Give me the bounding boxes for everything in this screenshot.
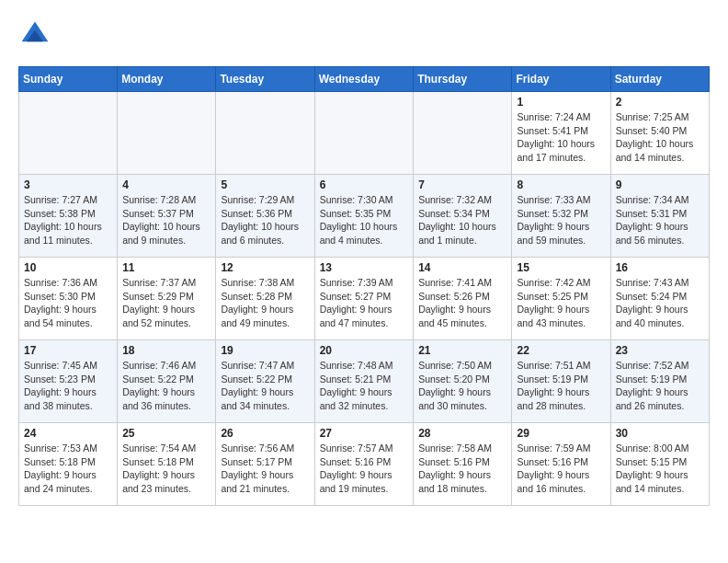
calendar-cell-27: 27Sunrise: 7:57 AMSunset: 5:16 PMDayligh… <box>314 423 414 506</box>
day-number: 7 <box>418 178 506 191</box>
calendar-cell-11: 11Sunrise: 7:37 AMSunset: 5:29 PMDayligh… <box>118 258 216 340</box>
calendar-week-0: 1Sunrise: 7:24 AMSunset: 5:41 PMDaylight… <box>19 92 710 175</box>
col-header-tuesday: Tuesday <box>216 67 314 92</box>
col-header-monday: Monday <box>118 67 216 92</box>
calendar-cell-empty <box>118 92 216 175</box>
calendar-cell-25: 25Sunrise: 7:54 AMSunset: 5:18 PMDayligh… <box>118 423 216 506</box>
calendar-cell-21: 21Sunrise: 7:50 AMSunset: 5:20 PMDayligh… <box>414 340 512 423</box>
day-number: 22 <box>517 344 605 357</box>
calendar-cell-16: 16Sunrise: 7:43 AMSunset: 5:24 PMDayligh… <box>610 258 709 340</box>
day-info: Sunrise: 7:47 AMSunset: 5:22 PMDaylight:… <box>221 359 309 413</box>
day-info: Sunrise: 7:38 AMSunset: 5:28 PMDaylight:… <box>221 276 309 330</box>
day-info: Sunrise: 7:29 AMSunset: 5:36 PMDaylight:… <box>221 193 309 247</box>
calendar-cell-24: 24Sunrise: 7:53 AMSunset: 5:18 PMDayligh… <box>19 423 118 506</box>
calendar-cell-4: 4Sunrise: 7:28 AMSunset: 5:37 PMDaylight… <box>118 175 216 258</box>
col-header-sunday: Sunday <box>19 67 118 92</box>
day-number: 3 <box>24 178 112 191</box>
day-number: 9 <box>616 178 704 191</box>
day-info: Sunrise: 7:57 AMSunset: 5:16 PMDaylight:… <box>320 442 409 496</box>
calendar-week-1: 3Sunrise: 7:27 AMSunset: 5:38 PMDaylight… <box>19 175 710 258</box>
calendar-cell-22: 22Sunrise: 7:51 AMSunset: 5:19 PMDayligh… <box>512 340 610 423</box>
day-number: 18 <box>122 344 210 357</box>
calendar-cell-28: 28Sunrise: 7:58 AMSunset: 5:16 PMDayligh… <box>414 423 512 506</box>
calendar-cell-17: 17Sunrise: 7:45 AMSunset: 5:23 PMDayligh… <box>19 340 118 423</box>
day-number: 15 <box>517 261 605 274</box>
calendar-week-4: 24Sunrise: 7:53 AMSunset: 5:18 PMDayligh… <box>19 423 710 506</box>
calendar-cell-30: 30Sunrise: 8:00 AMSunset: 5:15 PMDayligh… <box>610 423 709 506</box>
calendar-cell-7: 7Sunrise: 7:32 AMSunset: 5:34 PMDaylight… <box>414 175 512 258</box>
calendar-cell-3: 3Sunrise: 7:27 AMSunset: 5:38 PMDaylight… <box>19 175 118 258</box>
day-number: 14 <box>418 261 506 274</box>
day-number: 27 <box>320 427 409 440</box>
day-number: 24 <box>24 427 112 440</box>
calendar-cell-12: 12Sunrise: 7:38 AMSunset: 5:28 PMDayligh… <box>216 258 314 340</box>
day-number: 13 <box>320 261 409 274</box>
day-info: Sunrise: 7:54 AMSunset: 5:18 PMDaylight:… <box>122 442 210 496</box>
day-info: Sunrise: 7:37 AMSunset: 5:29 PMDaylight:… <box>122 276 210 330</box>
day-info: Sunrise: 7:42 AMSunset: 5:25 PMDaylight:… <box>517 276 605 330</box>
day-info: Sunrise: 7:56 AMSunset: 5:17 PMDaylight:… <box>221 442 309 496</box>
calendar-cell-empty <box>19 92 118 175</box>
day-info: Sunrise: 7:48 AMSunset: 5:21 PMDaylight:… <box>320 359 409 413</box>
calendar-cell-empty <box>314 92 414 175</box>
day-info: Sunrise: 7:27 AMSunset: 5:38 PMDaylight:… <box>24 193 112 247</box>
day-info: Sunrise: 7:33 AMSunset: 5:32 PMDaylight:… <box>517 193 605 247</box>
col-header-friday: Friday <box>512 67 610 92</box>
day-number: 26 <box>221 427 309 440</box>
day-info: Sunrise: 7:58 AMSunset: 5:16 PMDaylight:… <box>418 442 506 496</box>
col-header-wednesday: Wednesday <box>314 67 414 92</box>
day-info: Sunrise: 7:39 AMSunset: 5:27 PMDaylight:… <box>320 276 409 330</box>
calendar-cell-2: 2Sunrise: 7:25 AMSunset: 5:40 PMDaylight… <box>610 92 709 175</box>
day-info: Sunrise: 7:45 AMSunset: 5:23 PMDaylight:… <box>24 359 112 413</box>
day-info: Sunrise: 7:32 AMSunset: 5:34 PMDaylight:… <box>418 193 506 247</box>
day-number: 20 <box>320 344 409 357</box>
col-header-saturday: Saturday <box>610 67 709 92</box>
calendar-cell-8: 8Sunrise: 7:33 AMSunset: 5:32 PMDaylight… <box>512 175 610 258</box>
calendar-cell-9: 9Sunrise: 7:34 AMSunset: 5:31 PMDaylight… <box>610 175 709 258</box>
day-info: Sunrise: 8:00 AMSunset: 5:15 PMDaylight:… <box>616 442 704 496</box>
day-number: 12 <box>221 261 309 274</box>
day-number: 5 <box>221 178 309 191</box>
day-number: 10 <box>24 261 112 274</box>
day-number: 2 <box>616 96 704 109</box>
day-info: Sunrise: 7:30 AMSunset: 5:35 PMDaylight:… <box>320 193 409 247</box>
logo <box>18 18 57 52</box>
day-number: 25 <box>122 427 210 440</box>
calendar-cell-23: 23Sunrise: 7:52 AMSunset: 5:19 PMDayligh… <box>610 340 709 423</box>
day-number: 28 <box>418 427 506 440</box>
day-info: Sunrise: 7:51 AMSunset: 5:19 PMDaylight:… <box>517 359 605 413</box>
day-number: 30 <box>616 427 704 440</box>
calendar-cell-15: 15Sunrise: 7:42 AMSunset: 5:25 PMDayligh… <box>512 258 610 340</box>
day-number: 29 <box>517 427 605 440</box>
calendar-table: SundayMondayTuesdayWednesdayThursdayFrid… <box>18 66 710 506</box>
calendar-cell-19: 19Sunrise: 7:47 AMSunset: 5:22 PMDayligh… <box>216 340 314 423</box>
day-number: 6 <box>320 178 409 191</box>
calendar-cell-6: 6Sunrise: 7:30 AMSunset: 5:35 PMDaylight… <box>314 175 414 258</box>
day-info: Sunrise: 7:50 AMSunset: 5:20 PMDaylight:… <box>418 359 506 413</box>
day-number: 8 <box>517 178 605 191</box>
day-info: Sunrise: 7:41 AMSunset: 5:26 PMDaylight:… <box>418 276 506 330</box>
day-number: 16 <box>616 261 704 274</box>
logo-icon <box>18 18 51 52</box>
day-info: Sunrise: 7:24 AMSunset: 5:41 PMDaylight:… <box>517 110 605 165</box>
day-info: Sunrise: 7:59 AMSunset: 5:16 PMDaylight:… <box>517 442 605 496</box>
header <box>18 18 710 52</box>
day-info: Sunrise: 7:25 AMSunset: 5:40 PMDaylight:… <box>616 110 704 165</box>
calendar-cell-26: 26Sunrise: 7:56 AMSunset: 5:17 PMDayligh… <box>216 423 314 506</box>
day-info: Sunrise: 7:46 AMSunset: 5:22 PMDaylight:… <box>122 359 210 413</box>
day-info: Sunrise: 7:52 AMSunset: 5:19 PMDaylight:… <box>616 359 704 413</box>
day-info: Sunrise: 7:34 AMSunset: 5:31 PMDaylight:… <box>616 193 704 247</box>
day-info: Sunrise: 7:53 AMSunset: 5:18 PMDaylight:… <box>24 442 112 496</box>
calendar-week-2: 10Sunrise: 7:36 AMSunset: 5:30 PMDayligh… <box>19 258 710 340</box>
calendar-cell-14: 14Sunrise: 7:41 AMSunset: 5:26 PMDayligh… <box>414 258 512 340</box>
day-number: 4 <box>122 178 210 191</box>
calendar-cell-29: 29Sunrise: 7:59 AMSunset: 5:16 PMDayligh… <box>512 423 610 506</box>
day-info: Sunrise: 7:43 AMSunset: 5:24 PMDaylight:… <box>616 276 704 330</box>
col-header-thursday: Thursday <box>414 67 512 92</box>
calendar-cell-5: 5Sunrise: 7:29 AMSunset: 5:36 PMDaylight… <box>216 175 314 258</box>
calendar-week-3: 17Sunrise: 7:45 AMSunset: 5:23 PMDayligh… <box>19 340 710 423</box>
calendar-cell-1: 1Sunrise: 7:24 AMSunset: 5:41 PMDaylight… <box>512 92 610 175</box>
calendar-cell-18: 18Sunrise: 7:46 AMSunset: 5:22 PMDayligh… <box>118 340 216 423</box>
day-number: 23 <box>616 344 704 357</box>
calendar-cell-20: 20Sunrise: 7:48 AMSunset: 5:21 PMDayligh… <box>314 340 414 423</box>
